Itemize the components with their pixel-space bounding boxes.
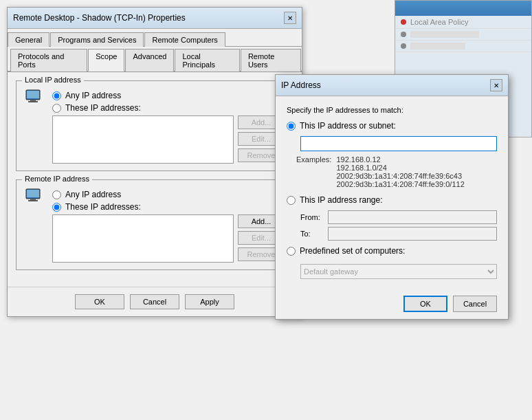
local-ip-section: Local IP address Any IP address These I — [16, 80, 293, 171]
svg-rect-6 — [28, 200, 38, 201]
remote-ip-listbox[interactable] — [52, 214, 234, 263]
ip-range-option-row: This IP address range: — [287, 195, 497, 205]
main-close-button[interactable]: ✕ — [284, 12, 296, 24]
list-dot — [401, 19, 406, 25]
ip-cancel-button[interactable]: Cancel — [453, 296, 497, 312]
bottom-tabs: Protocols and Ports Scope Advanced Local… — [8, 47, 302, 72]
tab-general[interactable]: General — [8, 32, 49, 47]
main-apply-button[interactable]: Apply — [185, 294, 234, 309]
to-row: To: — [300, 227, 497, 241]
ip-range-radio[interactable] — [287, 196, 296, 205]
svg-rect-7 — [27, 190, 39, 197]
main-ok-button[interactable]: OK — [75, 294, 124, 309]
example-1: 192.168.0.12 — [336, 155, 464, 164]
local-ip-listbox[interactable] — [52, 115, 234, 164]
tab-programs-services[interactable]: Programs and Services — [50, 32, 144, 47]
ip-dialog-titlebar: IP Address ✕ — [276, 75, 508, 96]
ip-dialog-footer: OK Cancel — [276, 289, 508, 319]
bg-item-bar — [410, 31, 479, 38]
tab-scope[interactable]: Scope — [88, 49, 124, 71]
tab-local-principals[interactable]: Local Principals — [175, 49, 239, 71]
bg-item-bar — [410, 43, 465, 49]
local-ip-list-area: Add... Edit... Remove — [52, 115, 285, 164]
svg-rect-3 — [27, 91, 39, 98]
this-ip-label: This IP address or subnet: — [300, 121, 396, 131]
local-any-ip-label: Any IP address — [65, 91, 121, 100]
predefined-radio[interactable] — [287, 247, 296, 256]
main-title: Remote Desktop - Shadow (TCP-In) Propert… — [13, 13, 186, 23]
bg-list-item: Local Area Policy — [395, 16, 531, 29]
remote-ip-radios: Any IP address These IP addresses: Add..… — [52, 187, 285, 263]
local-ip-radios: Any IP address These IP addresses: Add..… — [52, 88, 285, 164]
tab-protocols-ports[interactable]: Protocols and Ports — [10, 49, 87, 71]
from-input[interactable] — [328, 210, 497, 224]
predefined-option-row: Predefined set of computers: — [287, 246, 497, 256]
svg-rect-2 — [28, 101, 38, 102]
ip-range-label: This IP address range: — [300, 195, 383, 205]
examples-block: Examples: 192.168.0.12 192.168.1.0/24 20… — [296, 155, 497, 188]
example-3: 2002:9d3b:1a31:4:208:74ff:fe39:6c43 — [336, 172, 464, 180]
ip-dialog-title: IP Address — [281, 80, 321, 90]
remote-any-ip-label: Any IP address — [65, 190, 121, 199]
to-label: To: — [300, 230, 328, 238]
ip-specify-label: Specify the IP addresses to match: — [287, 106, 497, 114]
examples-label: Examples: — [296, 155, 331, 164]
ip-address-dialog: IP Address ✕ Specify the IP addresses to… — [275, 74, 509, 320]
tab-remote-computers[interactable]: Remote Computers — [144, 32, 225, 47]
local-these-ip-label: These IP addresses: — [65, 103, 141, 113]
local-computer-icon — [25, 88, 41, 104]
ip-dialog-body: Specify the IP addresses to match: This … — [276, 96, 508, 289]
examples-list: 192.168.0.12 192.168.1.0/24 2002:9d3b:1a… — [336, 155, 464, 188]
top-tabs: General Programs and Services Remote Com… — [8, 29, 302, 47]
ip-dialog-close-button[interactable]: ✕ — [490, 79, 502, 91]
remote-these-ip-row: These IP addresses: — [52, 202, 285, 212]
ip-ok-button[interactable]: OK — [403, 296, 447, 312]
local-these-ip-radio[interactable] — [52, 104, 61, 113]
svg-rect-5 — [30, 199, 36, 200]
tab-advanced[interactable]: Advanced — [125, 49, 174, 71]
ip-subnet-input[interactable] — [300, 136, 497, 151]
local-any-ip-radio[interactable] — [52, 91, 61, 100]
remote-any-ip-row: Any IP address — [52, 190, 285, 199]
local-ip-content: Any IP address These IP addresses: Add..… — [25, 88, 285, 164]
bg-list-item — [395, 41, 531, 52]
dialog-body: Local IP address Any IP address These I — [8, 72, 302, 287]
to-input[interactable] — [328, 227, 497, 241]
bg-item-label: Local Area Policy — [410, 18, 468, 26]
tab-remote-users[interactable]: Remote Users — [241, 49, 301, 71]
local-any-ip-row: Any IP address — [52, 91, 285, 100]
list-dot — [401, 32, 406, 37]
main-cancel-button[interactable]: Cancel — [130, 294, 179, 309]
predefined-select[interactable]: Default gateway — [300, 264, 497, 279]
local-ip-legend: Local IP address — [22, 76, 84, 84]
remote-these-ip-label: These IP addresses: — [65, 202, 141, 212]
example-2: 192.168.1.0/24 — [336, 164, 464, 172]
main-titlebar: Remote Desktop - Shadow (TCP-In) Propert… — [8, 8, 302, 29]
remote-ip-legend: Remote IP address — [22, 175, 92, 183]
this-ip-radio[interactable] — [287, 122, 296, 131]
local-these-ip-row: These IP addresses: — [52, 103, 285, 113]
main-footer: OK Cancel Apply — [8, 287, 302, 316]
remote-these-ip-radio[interactable] — [52, 203, 61, 212]
this-ip-option-row: This IP address or subnet: — [287, 121, 497, 131]
remote-any-ip-radio[interactable] — [52, 190, 61, 199]
remote-ip-list-area: Add... Edit... Remove — [52, 214, 285, 263]
remote-ip-content: Any IP address These IP addresses: Add..… — [25, 187, 285, 263]
from-row: From: — [300, 210, 497, 224]
list-dot — [401, 43, 406, 49]
bg-titlebar — [395, 1, 531, 16]
example-4: 2002:9d3b:1a31:4:208:74ff:fe39:0/112 — [336, 180, 464, 188]
main-dialog: Remote Desktop - Shadow (TCP-In) Propert… — [7, 7, 302, 317]
remote-ip-section: Remote IP address Any IP address These — [16, 179, 293, 270]
remote-computer-icon — [25, 187, 41, 203]
bg-list-item — [395, 29, 531, 41]
predefined-label: Predefined set of computers: — [300, 246, 405, 256]
from-label: From: — [300, 213, 328, 221]
svg-rect-1 — [30, 100, 36, 101]
